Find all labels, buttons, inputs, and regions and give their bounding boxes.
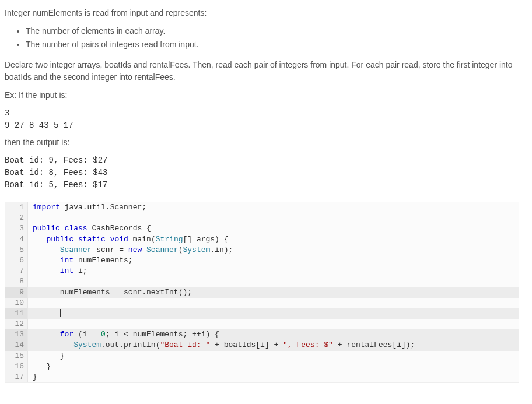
line-number: 14 — [5, 340, 28, 350]
code-content[interactable]: } — [28, 351, 519, 361]
code-line[interactable]: 11 — [5, 308, 519, 319]
code-content[interactable] — [28, 276, 519, 287]
code-line[interactable]: 16 } — [5, 361, 519, 372]
line-number: 1 — [5, 202, 28, 213]
line-number: 5 — [5, 245, 28, 255]
line-number: 12 — [5, 319, 28, 329]
code-content[interactable]: public static void main(String[] args) { — [28, 234, 519, 245]
code-content[interactable]: } — [28, 361, 519, 372]
code-line[interactable]: 7 int i; — [5, 266, 519, 276]
code-content[interactable]: numElements = scnr.nextInt(); — [28, 287, 519, 298]
code-content[interactable] — [28, 308, 519, 319]
line-number: 8 — [5, 276, 28, 287]
code-line[interactable]: 14 System.out.println("Boat id: " + boat… — [5, 340, 519, 350]
code-content[interactable]: } — [28, 372, 519, 382]
intro-bullets: The number of elements in each array. Th… — [5, 25, 527, 51]
line-number: 3 — [5, 223, 28, 234]
code-line[interactable]: 13 for (i = 0; i < numElements; ++i) { — [5, 329, 519, 340]
text-cursor — [60, 309, 61, 317]
code-content[interactable]: for (i = 0; i < numElements; ++i) { — [28, 329, 519, 340]
code-content[interactable] — [28, 319, 519, 329]
line-number: 13 — [5, 329, 28, 340]
line-number: 16 — [5, 361, 28, 372]
declare-text: Declare two integer arrays, boatIds and … — [5, 59, 527, 83]
code-line[interactable]: 15 } — [5, 351, 519, 361]
line-number: 17 — [5, 372, 28, 382]
code-content[interactable]: System.out.println("Boat id: " + boatIds… — [28, 340, 519, 350]
line-number: 11 — [5, 308, 28, 319]
input-sample: 3 9 27 8 43 5 17 — [5, 107, 527, 132]
code-line[interactable]: 9 numElements = scnr.nextInt(); — [5, 287, 519, 298]
code-line[interactable]: 8 — [5, 276, 519, 287]
line-number: 9 — [5, 287, 28, 298]
line-number: 6 — [5, 255, 28, 266]
bullet-2: The number of pairs of integers read fro… — [26, 38, 527, 51]
code-editor[interactable]: 1import java.util.Scanner;2 3public clas… — [5, 202, 519, 383]
line-number: 15 — [5, 351, 28, 361]
code-content[interactable]: Scanner scnr = new Scanner(System.in); — [28, 245, 519, 255]
intro-text: Integer numElements is read from input a… — [5, 7, 527, 19]
line-number: 4 — [5, 234, 28, 245]
code-line[interactable]: 4 public static void main(String[] args)… — [5, 234, 519, 245]
then-label: then the output is: — [5, 136, 527, 149]
code-content[interactable]: int numElements; — [28, 255, 519, 266]
code-line[interactable]: 17} — [5, 372, 519, 382]
code-line[interactable]: 3public class CashRecords { — [5, 223, 519, 234]
output-sample: Boat id: 9, Fees: $27 Boat id: 8, Fees: … — [5, 154, 527, 191]
code-line[interactable]: 2 — [5, 213, 519, 223]
code-content[interactable]: import java.util.Scanner; — [28, 202, 519, 213]
line-number: 10 — [5, 298, 28, 308]
code-line[interactable]: 10 — [5, 298, 519, 308]
line-number: 2 — [5, 213, 28, 223]
code-line[interactable]: 5 Scanner scnr = new Scanner(System.in); — [5, 245, 519, 255]
code-content[interactable]: int i; — [28, 266, 519, 276]
bullet-1: The number of elements in each array. — [26, 25, 527, 37]
code-content[interactable] — [28, 213, 519, 223]
line-number: 7 — [5, 266, 28, 276]
example-label: Ex: If the input is: — [5, 89, 527, 101]
code-line[interactable]: 1import java.util.Scanner; — [5, 202, 519, 213]
code-line[interactable]: 6 int numElements; — [5, 255, 519, 266]
code-content[interactable] — [28, 298, 519, 308]
code-content[interactable]: public class CashRecords { — [28, 223, 519, 234]
code-line[interactable]: 12 — [5, 319, 519, 329]
